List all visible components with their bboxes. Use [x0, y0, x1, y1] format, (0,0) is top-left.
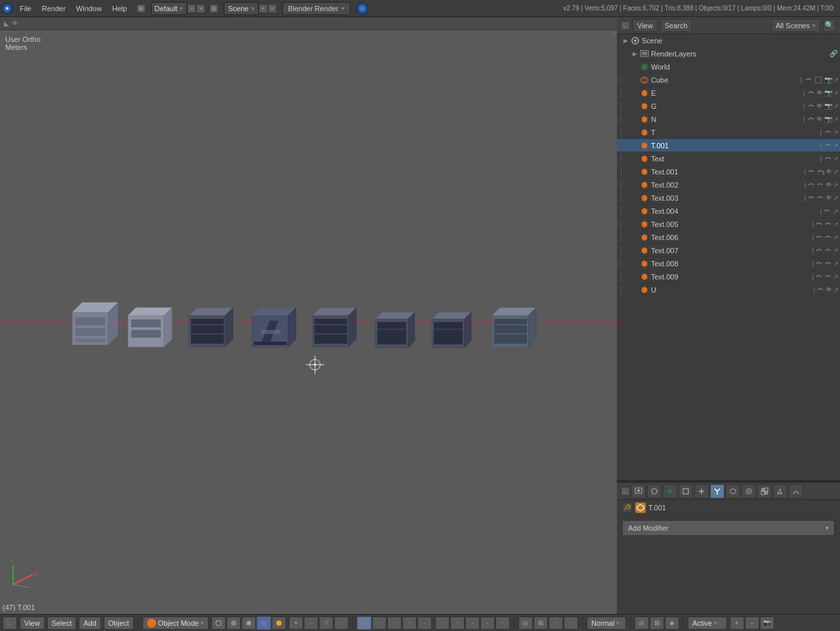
- object-mode-selector[interactable]: Object Mode ▾: [142, 617, 209, 630]
- outliner-tree[interactable]: ▶ Scene ▶ RenderLayers 🔗 World: [617, 34, 840, 480]
- outliner-scene-dropdown[interactable]: All Scenes ▾: [771, 19, 820, 32]
- menu-render[interactable]: Render: [37, 0, 71, 17]
- tree-row-G[interactable]: G | 👁 📷 ↗: [617, 100, 840, 113]
- proportional-edit-btn[interactable]: ◎: [518, 617, 533, 630]
- props-tab-constraints[interactable]: [694, 484, 709, 499]
- Text009-icon: [639, 272, 650, 282]
- corner-resize-handle[interactable]: ◥: [609, 30, 617, 38]
- bottom-object-menu[interactable]: Object: [104, 617, 134, 630]
- camera-view-btn[interactable]: 📷: [760, 617, 774, 630]
- shading-rendered-btn[interactable]: [272, 617, 286, 630]
- props-tab-world[interactable]: [663, 484, 677, 499]
- layer-2[interactable]: ·: [372, 617, 387, 630]
- tree-row-T001[interactable]: T.001 | ↗: [617, 139, 840, 152]
- menu-file[interactable]: File: [14, 0, 37, 17]
- screen-selector[interactable]: Default ▾: [151, 2, 188, 15]
- bottom-select-menu[interactable]: Select: [47, 617, 77, 630]
- clipping-btn[interactable]: ◈: [665, 617, 679, 630]
- layer-7[interactable]: ·: [450, 617, 465, 630]
- layer-4[interactable]: ·: [402, 617, 417, 630]
- active-selector[interactable]: Active ▾: [688, 617, 727, 630]
- add-modifier-btn[interactable]: Add Modifier ▾: [622, 520, 835, 536]
- props-tab-data[interactable]: [726, 484, 740, 499]
- scene-selector[interactable]: Scene ▾: [224, 2, 258, 15]
- props-tab-texture[interactable]: [757, 484, 772, 499]
- normal-selector[interactable]: Normal ▾: [587, 617, 626, 630]
- shading-wire-btn[interactable]: [211, 617, 226, 630]
- props-tab-render[interactable]: [631, 484, 646, 499]
- outliner-search-icon-btn[interactable]: 🔍: [823, 19, 836, 32]
- screen-add-btn[interactable]: +: [187, 4, 196, 13]
- tree-row-E[interactable]: E | 👁 📷 ↗: [617, 87, 840, 100]
- props-tab-modifier[interactable]: [710, 484, 724, 499]
- props-tab-particles[interactable]: [773, 484, 788, 499]
- tree-row-Text003[interactable]: Text.003 | 👁 ↗: [617, 192, 840, 205]
- Text004-icon: [639, 206, 650, 216]
- props-tab-object[interactable]: [679, 484, 693, 499]
- bottom-bar: ◣ View Select Add Object Object Mode ▾: [0, 614, 840, 631]
- svg-point-88: [778, 492, 780, 494]
- layer-10[interactable]: ·: [495, 617, 510, 630]
- Text002-actions: | 👁 ↗: [805, 181, 839, 189]
- tree-row-Text002[interactable]: Text.002 | 👁 ↗: [617, 178, 840, 192]
- tree-row-Text007[interactable]: Text.007 | ↗: [617, 244, 840, 257]
- props-tab-scene[interactable]: [647, 484, 662, 499]
- outliner-view-btn[interactable]: View: [633, 19, 658, 32]
- tree-label-Text005: Text.005: [651, 220, 812, 228]
- manipulator-rotate-btn[interactable]: ↺: [319, 617, 333, 630]
- tree-row-Text004[interactable]: Text.004 | ↗: [617, 205, 840, 218]
- svg-point-94: [216, 621, 221, 626]
- shading-solid-btn[interactable]: [226, 617, 241, 630]
- tree-row-Text005[interactable]: Text.005 | ↗: [617, 218, 840, 231]
- tree-row-Text008[interactable]: Text.008 | ↗: [617, 257, 840, 270]
- tree-row-scene[interactable]: ▶ Scene: [617, 34, 840, 47]
- T001-actions: | ↗: [819, 142, 839, 150]
- snap-to-btn[interactable]: ·: [564, 617, 578, 630]
- pivot-point-btn[interactable]: ◎: [635, 617, 649, 630]
- show-manipulator-btn[interactable]: +: [289, 617, 303, 630]
- layer-5[interactable]: ·: [417, 617, 432, 630]
- layer-8[interactable]: ·: [465, 617, 480, 630]
- tree-row-Text006[interactable]: Text.006 | ↗: [617, 231, 840, 244]
- snap-elem-btn[interactable]: ·: [549, 617, 563, 630]
- tree-label-E: E: [651, 89, 802, 97]
- layer-3[interactable]: ·: [387, 617, 402, 630]
- shading-texture-btn[interactable]: [242, 617, 256, 630]
- bottom-view-menu[interactable]: View: [20, 617, 45, 630]
- renderlayers-expand-icon[interactable]: ▶: [630, 49, 639, 58]
- snap-btn[interactable]: ⊞: [534, 617, 548, 630]
- scene-add-btn[interactable]: +: [259, 4, 268, 13]
- tree-row-N[interactable]: N | 👁 📷 ↗: [617, 113, 840, 126]
- bottom-add-menu[interactable]: Add: [79, 617, 101, 630]
- manipulator-translate-btn[interactable]: ↔: [304, 617, 318, 630]
- manipulator-scale-btn[interactable]: ⤡: [334, 617, 348, 630]
- cube-camera-icon: 📷: [824, 76, 832, 83]
- transform-orientation-btn[interactable]: ⊞: [650, 617, 664, 630]
- tree-row-Text009[interactable]: Text.009 | ↗: [617, 270, 840, 283]
- tree-row-cube[interactable]: Cube | 📷 ↗: [617, 73, 840, 87]
- menu-help[interactable]: Help: [107, 0, 133, 17]
- tree-row-T[interactable]: T | ↗: [617, 126, 840, 139]
- props-tab-physics[interactable]: [789, 484, 803, 499]
- props-tab-material[interactable]: [742, 484, 756, 499]
- shading-material-btn[interactable]: [257, 617, 271, 630]
- scene-expand-icon[interactable]: ▶: [621, 36, 630, 45]
- viewport-3d-area[interactable]: User Ortho Meters ◥: [0, 30, 617, 614]
- tree-row-U[interactable]: U | 👁 ↗: [617, 283, 840, 296]
- layer-6[interactable]: ·: [435, 617, 450, 630]
- engine-selector[interactable]: Blender Render ▾: [282, 2, 350, 15]
- layer-9[interactable]: ·: [480, 617, 495, 630]
- svg-marker-7: [128, 308, 172, 316]
- tree-row-world[interactable]: World: [617, 60, 840, 73]
- screen-remove-btn[interactable]: ×: [196, 4, 205, 13]
- zoom-in-btn[interactable]: +: [730, 617, 744, 630]
- scene-remove-btn[interactable]: ×: [268, 4, 277, 13]
- tree-row-Text[interactable]: Text | ↗: [617, 152, 840, 165]
- tree-row-Text001[interactable]: Text.001 | 👁 ↗: [617, 165, 840, 178]
- menu-window[interactable]: Window: [71, 0, 107, 17]
- renderlayers-link-icon[interactable]: 🔗: [828, 49, 839, 59]
- layer-1[interactable]: ·: [357, 617, 371, 630]
- zoom-out-btn[interactable]: -: [745, 617, 759, 630]
- outliner-search-btn[interactable]: Search: [660, 19, 692, 32]
- tree-row-renderlayers[interactable]: ▶ RenderLayers 🔗: [617, 47, 840, 60]
